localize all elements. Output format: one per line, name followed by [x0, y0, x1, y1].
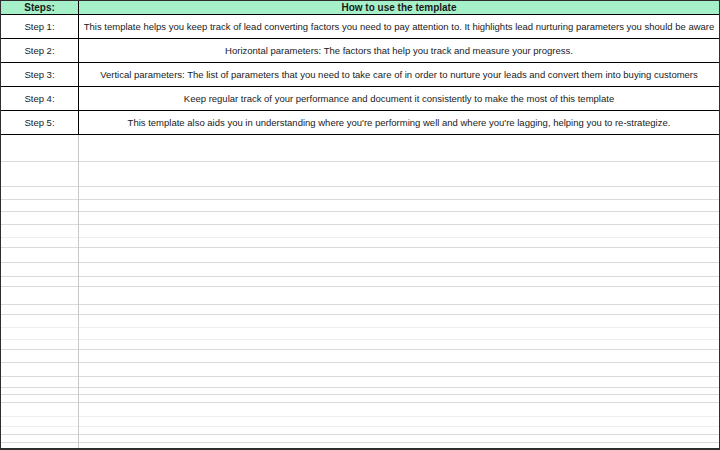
step-1-label: Step 1: [24, 21, 54, 32]
table-row-step-4: Step 4: Keep regular track of your perfo… [1, 87, 719, 111]
empty-row[interactable] [1, 363, 719, 377]
header-cell-steps[interactable]: Steps: [1, 1, 79, 14]
empty-row[interactable] [1, 435, 719, 443]
step-4-text-cell[interactable]: Keep regular track of your performance a… [79, 87, 719, 110]
empty-row[interactable] [1, 315, 719, 328]
steps-table: Steps: How to use the template Step 1: T… [1, 1, 719, 135]
table-row-step-1: Step 1: This template helps you keep tra… [1, 15, 719, 39]
step-4-label-cell[interactable]: Step 4: [1, 87, 79, 110]
empty-row[interactable] [1, 225, 719, 238]
step-2-text-cell[interactable]: Horizontal parameters: The factors that … [79, 39, 719, 62]
page-title: How to use the template [341, 2, 456, 13]
empty-row[interactable] [1, 162, 719, 187]
empty-row[interactable] [1, 417, 719, 427]
step-1-text-cell[interactable]: This template helps you keep track of le… [79, 15, 719, 38]
empty-row[interactable] [1, 305, 719, 315]
step-2-label-cell[interactable]: Step 2: [1, 39, 79, 62]
empty-row[interactable] [1, 395, 719, 403]
empty-row[interactable] [1, 403, 719, 417]
table-header-row: Steps: How to use the template [1, 1, 719, 15]
step-3-text-cell[interactable]: Vertical parameters: The list of paramet… [79, 63, 719, 86]
step-4-text: Keep regular track of your performance a… [184, 93, 614, 104]
step-4-label: Step 4: [24, 93, 54, 104]
spreadsheet: Steps: How to use the template Step 1: T… [0, 0, 720, 450]
empty-row[interactable] [1, 248, 719, 263]
empty-grid-area[interactable] [1, 135, 719, 449]
table-row-step-5: Step 5: This template also aids you in u… [1, 111, 719, 135]
table-row-step-3: Step 3: Vertical parameters: The list of… [1, 63, 719, 87]
step-2-text: Horizontal parameters: The factors that … [225, 45, 573, 56]
empty-row[interactable] [1, 287, 719, 305]
step-3-label-cell[interactable]: Step 3: [1, 63, 79, 86]
empty-row[interactable] [1, 200, 719, 212]
empty-row[interactable] [1, 427, 719, 435]
empty-row[interactable] [1, 135, 719, 162]
step-3-text: Vertical parameters: The list of paramet… [100, 69, 698, 80]
empty-row[interactable] [1, 212, 719, 225]
empty-row[interactable] [1, 187, 719, 200]
empty-row[interactable] [1, 350, 719, 363]
empty-row[interactable] [1, 263, 719, 277]
empty-row[interactable] [1, 328, 719, 340]
header-steps-label: Steps: [24, 2, 55, 13]
step-1-text: This template helps you keep track of le… [84, 21, 715, 32]
step-1-label-cell[interactable]: Step 1: [1, 15, 79, 38]
step-5-label: Step 5: [24, 117, 54, 128]
step-5-text-cell[interactable]: This template also aids you in understan… [79, 111, 719, 134]
header-cell-title[interactable]: How to use the template [79, 1, 719, 14]
empty-row[interactable] [1, 388, 719, 395]
step-5-text: This template also aids you in understan… [128, 117, 671, 128]
table-row-step-2: Step 2: Horizontal parameters: The facto… [1, 39, 719, 63]
step-2-label: Step 2: [24, 45, 54, 56]
column-divider-line [78, 135, 79, 449]
empty-row[interactable] [1, 340, 719, 350]
empty-row[interactable] [1, 377, 719, 388]
step-3-label: Step 3: [24, 69, 54, 80]
empty-row[interactable] [1, 443, 719, 449]
empty-row[interactable] [1, 238, 719, 248]
empty-row[interactable] [1, 277, 719, 287]
step-5-label-cell[interactable]: Step 5: [1, 111, 79, 134]
